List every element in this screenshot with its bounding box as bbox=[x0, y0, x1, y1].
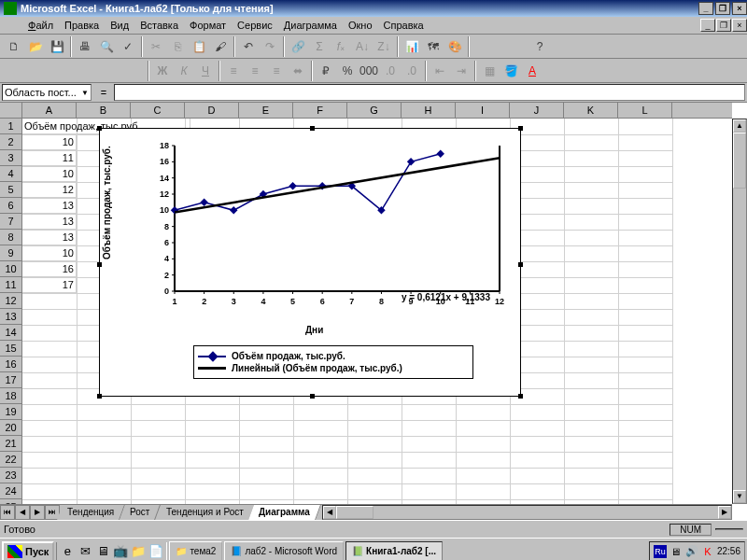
sort-asc-button[interactable]: A↓ bbox=[352, 36, 373, 57]
chart-legend[interactable]: Объём продаж, тыс.руб. Линейный (Объём п… bbox=[193, 345, 473, 379]
fill-color-button[interactable]: 🪣 bbox=[500, 61, 521, 81]
inc-decimal-button[interactable]: .0 bbox=[380, 61, 401, 81]
row-header[interactable]: 19 bbox=[0, 404, 22, 420]
column-header[interactable]: H bbox=[402, 103, 456, 118]
sheet-tab-active[interactable]: Диаграмма bbox=[249, 505, 322, 520]
row-header[interactable]: 16 bbox=[0, 357, 22, 372]
lang-indicator[interactable]: Ru bbox=[654, 545, 667, 558]
row-header[interactable]: 20 bbox=[0, 420, 22, 436]
italic-button[interactable]: К bbox=[174, 61, 194, 81]
resize-handle[interactable] bbox=[310, 394, 315, 399]
zoom-dropdown[interactable] bbox=[472, 36, 529, 57]
merge-button[interactable]: ⬌ bbox=[288, 61, 308, 81]
resize-handle[interactable] bbox=[97, 262, 102, 267]
drawing-button[interactable]: 🎨 bbox=[444, 36, 465, 57]
row-header[interactable]: 17 bbox=[0, 372, 22, 388]
menu-help[interactable]: Справка bbox=[378, 20, 430, 31]
row-header[interactable]: 10 bbox=[0, 261, 22, 277]
cell[interactable]: 13 bbox=[22, 230, 77, 245]
cell[interactable]: 11 bbox=[22, 150, 77, 166]
mail-icon[interactable]: ✉ bbox=[77, 542, 93, 561]
row-header[interactable]: 4 bbox=[0, 166, 22, 182]
row-header[interactable]: 3 bbox=[0, 150, 22, 166]
menu-window[interactable]: Окно bbox=[343, 20, 378, 31]
cut-button[interactable]: ✂ bbox=[146, 36, 166, 57]
sheet-tab[interactable]: Тенденция bbox=[57, 505, 125, 520]
row-header[interactable]: 2 bbox=[0, 134, 22, 150]
row-header[interactable]: 6 bbox=[0, 198, 22, 214]
cell[interactable]: 10 bbox=[22, 134, 77, 150]
column-header[interactable]: A bbox=[22, 103, 77, 118]
column-header[interactable]: F bbox=[293, 103, 347, 118]
column-header[interactable]: J bbox=[510, 103, 564, 118]
row-header[interactable]: 15 bbox=[0, 341, 22, 357]
chevron-down-icon[interactable]: ▼ bbox=[81, 89, 89, 97]
cell[interactable]: 16 bbox=[22, 261, 77, 277]
clock[interactable]: 22:56 bbox=[717, 546, 740, 556]
taskbar-button-active[interactable]: 📗Книга1-лаб2 [... bbox=[345, 541, 443, 561]
menu-format[interactable]: Формат bbox=[184, 20, 232, 31]
row-header[interactable]: 22 bbox=[0, 452, 22, 468]
row-header[interactable]: 12 bbox=[0, 293, 22, 309]
column-header[interactable]: G bbox=[347, 103, 402, 118]
cell[interactable]: 13 bbox=[22, 214, 77, 230]
paste-button[interactable]: 📋 bbox=[189, 36, 209, 57]
name-box[interactable]: Область пост... ▼ bbox=[2, 84, 92, 101]
underline-button[interactable]: Ч bbox=[195, 61, 216, 81]
column-header[interactable]: K bbox=[564, 103, 618, 118]
scroll-thumb[interactable] bbox=[733, 133, 746, 189]
scroll-right-button[interactable]: ▶ bbox=[718, 506, 731, 519]
row-header[interactable]: 13 bbox=[0, 309, 22, 325]
desktop-icon[interactable]: 🖥 bbox=[94, 542, 111, 561]
column-header[interactable]: E bbox=[239, 103, 293, 118]
align-center-button[interactable]: ≡ bbox=[245, 61, 265, 81]
sheet-tab[interactable]: Тенденция и Рост bbox=[156, 505, 255, 520]
doc-minimize-button[interactable]: _ bbox=[700, 19, 715, 32]
dec-indent-button[interactable]: ⇤ bbox=[430, 61, 450, 81]
font-dropdown[interactable] bbox=[4, 61, 106, 81]
horizontal-scrollbar[interactable]: ◀ ▶ bbox=[322, 505, 732, 520]
column-header[interactable]: B bbox=[77, 103, 131, 118]
row-header[interactable]: 5 bbox=[0, 182, 22, 198]
menu-tools[interactable]: Сервис bbox=[232, 20, 278, 31]
scroll-up-button[interactable]: ▲ bbox=[733, 119, 746, 133]
menu-file[interactable]: Файл bbox=[22, 20, 59, 31]
formula-input[interactable] bbox=[114, 84, 745, 101]
column-header[interactable]: L bbox=[618, 103, 672, 118]
autosum-button[interactable]: Σ bbox=[309, 36, 330, 57]
start-button[interactable]: Пуск bbox=[2, 541, 54, 561]
chart-wizard-button[interactable]: 📊 bbox=[402, 36, 422, 57]
column-header[interactable]: I bbox=[456, 103, 510, 118]
resize-handle[interactable] bbox=[518, 262, 523, 267]
resize-handle[interactable] bbox=[97, 126, 102, 131]
dec-decimal-button[interactable]: .0 bbox=[402, 61, 422, 81]
plot-area[interactable]: 024681012141618123456789101112 y = 0,612… bbox=[147, 140, 509, 308]
embedded-chart[interactable]: Объём продаж, тыс.руб. Дни 0246810121416… bbox=[99, 128, 521, 397]
resize-handle[interactable] bbox=[310, 126, 315, 131]
maximize-button[interactable]: ❐ bbox=[715, 2, 730, 15]
percent-button[interactable]: % bbox=[337, 61, 358, 81]
column-header[interactable]: C bbox=[131, 103, 185, 118]
align-right-button[interactable]: ≡ bbox=[266, 61, 287, 81]
inc-indent-button[interactable]: ⇥ bbox=[451, 61, 472, 81]
row-header[interactable]: 1 bbox=[0, 119, 22, 134]
tab-first-button[interactable]: ⏮ bbox=[0, 505, 15, 520]
row-header[interactable]: 11 bbox=[0, 277, 22, 293]
close-button[interactable]: × bbox=[732, 2, 747, 15]
spell-button[interactable]: ✓ bbox=[118, 36, 138, 57]
row-header[interactable]: 9 bbox=[0, 245, 22, 261]
align-left-button[interactable]: ≡ bbox=[223, 61, 244, 81]
row-header[interactable]: 18 bbox=[0, 388, 22, 404]
sort-desc-button[interactable]: Z↓ bbox=[374, 36, 394, 57]
cell[interactable]: 13 bbox=[22, 198, 77, 214]
map-button[interactable]: 🗺 bbox=[423, 36, 444, 57]
redo-button[interactable]: ↷ bbox=[260, 36, 280, 57]
function-button[interactable]: fₓ bbox=[331, 36, 351, 57]
row-header[interactable]: 14 bbox=[0, 325, 22, 341]
cell[interactable]: 10 bbox=[22, 245, 77, 261]
cell[interactable]: 10 bbox=[22, 166, 77, 182]
doc-close-button[interactable]: × bbox=[732, 19, 747, 32]
menu-view[interactable]: Вид bbox=[105, 20, 134, 31]
format-painter-button[interactable]: 🖌 bbox=[210, 36, 231, 57]
ql-icon[interactable]: 📺 bbox=[112, 542, 129, 561]
